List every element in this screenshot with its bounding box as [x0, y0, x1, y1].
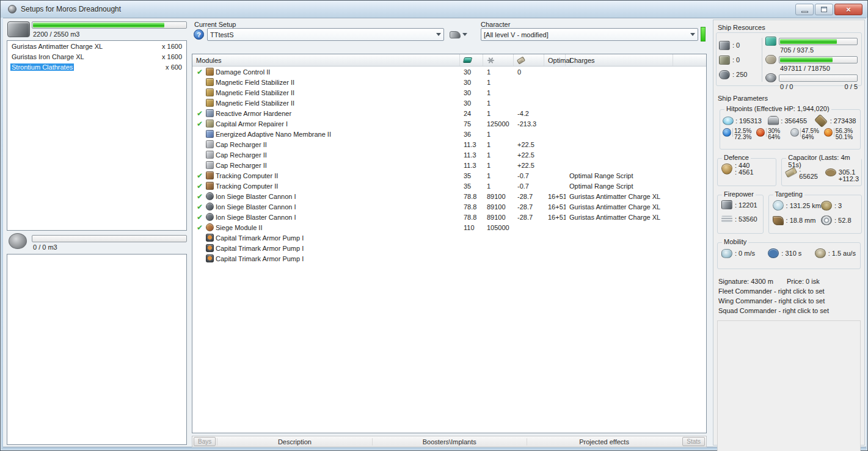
- module-row[interactable]: ✔ Cap Recharger II 11.3 1 +22.5: [192, 160, 706, 170]
- volley-damage-icon: [721, 200, 732, 209]
- hull-hp-icon: [814, 114, 828, 128]
- projected-effects-section-tab[interactable]: Projected effects: [527, 438, 681, 446]
- character-label: Character: [481, 21, 510, 28]
- module-row[interactable]: ✔ Cap Recharger II 11.3 1 +22.5: [192, 150, 706, 160]
- capacitor-column-header[interactable]: [514, 54, 544, 66]
- module-type-icon: [206, 151, 214, 159]
- module-type-icon: [206, 120, 214, 128]
- maximize-button[interactable]: [815, 4, 833, 15]
- cargo-item[interactable]: Guristas Antimatter Charge XL x 1600: [7, 41, 186, 51]
- module-row[interactable]: ✔ Tracking Computer II 35 1 -0.7 Optimal…: [192, 181, 706, 191]
- signature-radius-text: Signature: 4300 m: [718, 276, 773, 286]
- setup-dropdown[interactable]: TTtestS: [207, 28, 444, 41]
- module-name: Ion Siege Blaster Cannon I: [216, 193, 296, 200]
- character-dropdown[interactable]: [All level V - modified]: [481, 28, 698, 41]
- module-name: Capital Armor Repairer I: [216, 120, 288, 128]
- cargo-item[interactable]: Guristas Iron Charge XL x 1600: [7, 51, 186, 62]
- wing-commander-slot[interactable]: Wing Commander - right click to set: [718, 296, 861, 306]
- powergrid-column-header[interactable]: [483, 54, 514, 66]
- module-type-icon: [206, 68, 214, 76]
- ship-tools-icon: [450, 31, 461, 38]
- defence-armor-value: : 4561: [735, 168, 754, 176]
- hitpoints-group: Hitpoints (Effective HP: 1,944,020) : 19…: [720, 109, 861, 150]
- setup-tools-button[interactable]: [448, 28, 473, 41]
- module-cpu: 24: [460, 110, 483, 117]
- module-powergrid: 1: [483, 131, 514, 138]
- module-cap-use: -28.7: [514, 193, 544, 200]
- armor-hp-icon: [768, 116, 779, 125]
- cargo-panel: 2200 / 2550 m3 Guristas Antimatter Charg…: [5, 18, 187, 446]
- shield-hp-icon: [723, 117, 734, 125]
- drone-bay-list[interactable]: [7, 254, 187, 445]
- capacitor-recharge-value: +112.3: [839, 175, 859, 182]
- module-row[interactable]: ✔ Magnetic Field Stabilizer II 30 1: [192, 77, 706, 87]
- active-check-icon: ✔: [195, 109, 204, 118]
- module-type-icon: [206, 130, 214, 138]
- module-row[interactable]: ✔ Damage Control II 30 1 0: [192, 67, 706, 77]
- stats-button[interactable]: Stats: [682, 437, 705, 446]
- module-row[interactable]: ✔ Tracking Computer II 35 1 -0.7 Optimal…: [192, 170, 706, 181]
- module-row[interactable]: ✔ Capital Trimark Armor Pump I: [192, 243, 706, 253]
- turret-hardpoints-value: : 0: [732, 41, 740, 49]
- module-powergrid: 1: [483, 79, 514, 86]
- cpu-column-header[interactable]: [460, 54, 483, 66]
- module-row[interactable]: ✔ Ion Siege Blaster Cannon I 78.8 89100 …: [192, 191, 706, 201]
- module-cap-use: +22.5: [514, 141, 544, 148]
- max-targets-icon: [821, 201, 832, 211]
- module-row[interactable]: ✔ Energized Adaptive Nano Membrane II 36…: [192, 129, 706, 139]
- modules-column-header[interactable]: Modules: [192, 54, 460, 66]
- eft-setups-window: Setups for Moros Dreadnought × 2200 / 25…: [0, 0, 868, 451]
- module-cpu: 35: [460, 182, 483, 190]
- module-row[interactable]: ✔ Siege Module II 110 105000: [192, 222, 706, 233]
- close-button[interactable]: ×: [834, 4, 863, 15]
- module-row[interactable]: ✔ Capital Trimark Armor Pump I: [192, 233, 706, 243]
- squad-commander-slot[interactable]: Squad Commander - right click to set: [718, 306, 861, 316]
- module-name: Damage Control II: [216, 68, 270, 76]
- module-cpu: 78.8: [460, 193, 483, 200]
- targeting-title: Targeting: [773, 190, 804, 198]
- dropdown-arrow-icon: [462, 33, 467, 38]
- firepower-group: Firepower : 12201 : 53560: [717, 195, 764, 234]
- resist-cell: 30% 64%: [756, 128, 790, 137]
- powergrid-icon: [765, 55, 776, 64]
- module-cpu: 11.3: [460, 151, 483, 159]
- minimize-button[interactable]: [795, 4, 814, 15]
- titlebar[interactable]: Setups for Moros Dreadnought ×: [1, 1, 867, 18]
- dropdown-arrow-icon: [690, 33, 695, 38]
- module-row[interactable]: ✔ Magnetic Field Stabilizer II 30 1: [192, 87, 706, 98]
- cargo-capacity-bar: [32, 21, 187, 29]
- defence-title: Defence: [722, 154, 751, 161]
- description-section-tab[interactable]: Description: [217, 438, 371, 446]
- resist-type-icon: [756, 128, 765, 137]
- warp-speed-icon: [815, 248, 826, 258]
- module-row[interactable]: ✔ Reactive Armor Hardener 24 1 -4.2: [192, 108, 706, 118]
- cargo-item[interactable]: Strontium Clathrates x 600: [7, 62, 186, 72]
- optimal-column-header[interactable]: Optimal: [544, 54, 566, 66]
- module-row[interactable]: ✔ Capital Trimark Armor Pump I: [192, 253, 706, 264]
- module-powergrid: 1: [483, 68, 514, 76]
- module-type-icon: [206, 254, 214, 262]
- module-powergrid: 1: [483, 99, 514, 107]
- module-type-icon: [206, 234, 214, 242]
- boosters-implants-section-tab[interactable]: Boosters\Implants: [372, 438, 527, 446]
- cargo-list[interactable]: Guristas Antimatter Charge XL x 1600 Gur…: [7, 40, 187, 231]
- module-type-icon: [206, 140, 214, 148]
- resist-type-icon: [824, 128, 833, 137]
- module-row[interactable]: ✔ Ion Siege Blaster Cannon I 78.8 89100 …: [192, 212, 706, 222]
- fleet-commander-slot[interactable]: Fleet Commander - right click to set: [718, 286, 861, 296]
- bays-button[interactable]: Bays: [194, 437, 216, 446]
- warp-speed-value: : 1.5 au/s: [828, 250, 856, 257]
- module-row[interactable]: ✔ Capital Armor Repairer I 75 125000 -21…: [192, 118, 706, 129]
- price-text: Price: 0 isk: [787, 276, 820, 286]
- module-powergrid: 89100: [483, 203, 514, 211]
- module-row[interactable]: ✔ Cap Recharger II 11.3 1 +22.5: [192, 139, 706, 150]
- bottom-sections-bar: Bays Description Boosters\Implants Proje…: [192, 436, 707, 447]
- help-icon[interactable]: ?: [194, 29, 204, 40]
- module-charges: Guristas Antimatter Charge XL: [566, 193, 673, 200]
- max-velocity-value: : 0 m/s: [735, 250, 755, 257]
- module-row[interactable]: ✔ Ion Siege Blaster Cannon I 78.8 89100 …: [192, 201, 706, 212]
- module-powergrid: 1: [483, 182, 514, 190]
- module-row[interactable]: ✔ Magnetic Field Stabilizer II 30 1: [192, 98, 706, 108]
- charges-column-header[interactable]: Charges: [566, 54, 673, 66]
- maximize-icon: [821, 7, 827, 12]
